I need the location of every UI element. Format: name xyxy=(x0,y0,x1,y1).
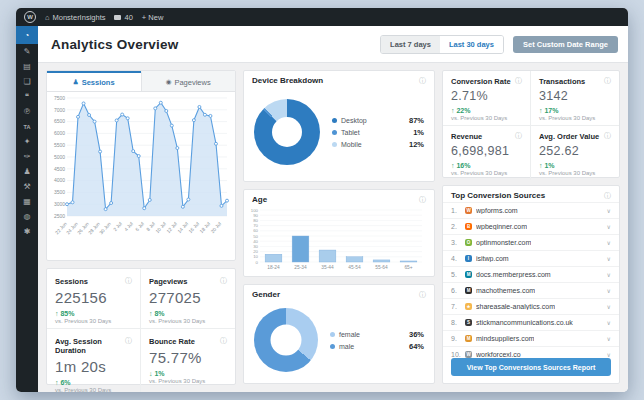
tab-sessions[interactable]: ♟ Sessions xyxy=(47,71,141,91)
dashboard-icon[interactable]: ◔ xyxy=(16,26,38,44)
source-row[interactable]: 3.Ooptinmonster.com∨ xyxy=(443,234,619,250)
favicon-icon: I xyxy=(465,255,472,262)
svg-text:4000: 4000 xyxy=(54,177,65,183)
source-rank: 8. xyxy=(451,319,461,326)
info-icon[interactable]: ⓘ xyxy=(419,196,426,203)
svg-text:40: 40 xyxy=(253,239,258,244)
chevron-down-icon[interactable]: ∨ xyxy=(607,271,611,278)
plugins-icon[interactable]: ✦ xyxy=(16,134,38,149)
monsterinsights-icon[interactable]: ◍ xyxy=(16,209,38,224)
thirstyaffiliates-icon[interactable]: TA xyxy=(16,119,38,134)
info-icon[interactable]: ⓘ xyxy=(220,337,227,344)
svg-text:18 Jul: 18 Jul xyxy=(199,221,211,234)
settings-icon[interactable]: ▦ xyxy=(16,194,38,209)
chevron-down-icon[interactable]: ∨ xyxy=(607,207,611,214)
info-icon[interactable]: ⓘ xyxy=(220,277,227,284)
info-icon[interactable]: ⓘ xyxy=(419,77,426,84)
comments-menu[interactable]: 40 xyxy=(114,13,132,22)
wordpress-admin-window: W ⌂ MonsterInsights 40 + New ◔✎▤❏❝℗TA✦✑♟… xyxy=(16,8,628,392)
source-row[interactable]: 1.Wwpforms.com∨ xyxy=(443,202,619,218)
info-icon[interactable]: ⓘ xyxy=(125,337,132,344)
pin-icon[interactable]: ✎ xyxy=(16,44,38,59)
source-rank: 2. xyxy=(451,223,461,230)
legend-row-female: female 36% xyxy=(330,330,424,339)
info-icon[interactable]: ⓘ xyxy=(515,132,522,139)
source-row[interactable]: 7.★shareasale-analytics.com∨ xyxy=(443,298,619,314)
wordpress-menu[interactable]: W xyxy=(24,11,36,23)
chevron-down-icon[interactable]: ∨ xyxy=(607,335,611,342)
chevron-down-icon[interactable]: ∨ xyxy=(607,239,611,246)
last-7-days-button[interactable]: Last 7 days xyxy=(381,36,440,53)
stat-trend: ↓ 1% xyxy=(149,370,227,377)
svg-text:2500: 2500 xyxy=(54,213,65,219)
site-menu[interactable]: ⌂ MonsterInsights xyxy=(45,13,105,22)
source-row[interactable]: 9.Mmindsuppliers.com∨ xyxy=(443,330,619,346)
chevron-down-icon[interactable]: ∨ xyxy=(607,319,611,326)
source-domain: wpforms.com xyxy=(476,207,518,214)
chevron-down-icon[interactable]: ∨ xyxy=(607,287,611,294)
stat-value: 75.77% xyxy=(149,349,227,366)
favicon-icon: B xyxy=(465,223,472,230)
stat-value: 6,698,981 xyxy=(451,144,522,158)
source-domain: machothemes.com xyxy=(476,287,535,294)
wp-admin-sidebar: ◔✎▤❏❝℗TA✦✑♟⚒▦◍✱ xyxy=(16,26,38,392)
legend-row-tablet: Tablet 1% xyxy=(332,128,424,137)
source-row[interactable]: 8.Sstickmancommunications.co.uk∨ xyxy=(443,314,619,330)
media-icon[interactable]: ▤ xyxy=(16,59,38,74)
stat-compare: vs. Previous 30 Days xyxy=(539,170,611,176)
svg-text:7500: 7500 xyxy=(54,95,65,101)
brush-icon[interactable]: ✑ xyxy=(16,149,38,164)
svg-text:50: 50 xyxy=(253,234,258,239)
source-row[interactable]: 4.Iisitwp.com∨ xyxy=(443,250,619,266)
info-icon[interactable]: ⓘ xyxy=(515,77,522,84)
age-bar-chart: 010203040506070809010018-2425-3435-4445-… xyxy=(244,206,434,280)
legend-label: Tablet xyxy=(341,129,360,136)
comment-bubble-icon xyxy=(114,15,121,20)
svg-text:65+: 65+ xyxy=(404,265,412,270)
favicon-icon: M xyxy=(465,287,472,294)
chevron-down-icon[interactable]: ∨ xyxy=(607,255,611,262)
tools-icon[interactable]: ⚒ xyxy=(16,179,38,194)
info-icon[interactable]: ⓘ xyxy=(125,277,132,284)
info-icon[interactable]: ⓘ xyxy=(604,132,611,139)
source-row[interactable]: 5.Mdocs.memberpress.com∨ xyxy=(443,266,619,282)
source-domain: mindsuppliers.com xyxy=(476,335,534,342)
chevron-down-icon[interactable]: ∨ xyxy=(607,351,611,358)
source-row[interactable]: 6.Mmachothemes.com∨ xyxy=(443,282,619,298)
view-top-conversion-sources-report-button[interactable]: View Top Conversions Sources Report xyxy=(451,358,611,376)
svg-text:35-44: 35-44 xyxy=(321,265,334,270)
pages-icon[interactable]: ❏ xyxy=(16,74,38,89)
legend-dot xyxy=(332,130,337,135)
stat-compare: vs. Previous 30 Days xyxy=(149,318,227,324)
last-30-days-button[interactable]: Last 30 days xyxy=(440,36,503,53)
collapse-icon[interactable]: ✱ xyxy=(16,224,38,239)
svg-text:6000: 6000 xyxy=(54,130,65,136)
info-icon[interactable]: ⓘ xyxy=(604,77,611,84)
source-row[interactable]: 2.Bwpbeginner.com∨ xyxy=(443,218,619,234)
stat-conversion-rate: Conversion Rateⓘ 2.71% ↑ 22% vs. Previou… xyxy=(443,71,531,126)
svg-text:30 Jun: 30 Jun xyxy=(99,221,113,235)
svg-text:20 Jul: 20 Jul xyxy=(210,221,222,234)
info-icon[interactable]: ⓘ xyxy=(604,192,611,199)
set-custom-date-range-button[interactable]: Set Custom Date Range xyxy=(513,36,618,53)
favicon-icon: W xyxy=(465,351,472,358)
appearance-icon[interactable]: ℗ xyxy=(16,104,38,119)
stat-bounce-rate: Bounce Rateⓘ 75.77% ↓ 1% vs. Previous 30… xyxy=(141,329,235,392)
legend-dot xyxy=(332,118,337,123)
svg-text:14 Jul: 14 Jul xyxy=(177,221,189,234)
users-icon[interactable]: ♟ xyxy=(16,164,38,179)
info-icon[interactable]: ⓘ xyxy=(419,291,426,298)
stat-compare: vs. Previous 30 Days xyxy=(55,318,132,324)
card-title: Age xyxy=(252,195,267,204)
stat-trend: ↑ 1% xyxy=(539,162,611,169)
chevron-down-icon[interactable]: ∨ xyxy=(607,223,611,230)
stat-transactions: Transactionsⓘ 3142 ↑ 17% vs. Previous 30… xyxy=(531,71,619,126)
chevron-down-icon[interactable]: ∨ xyxy=(607,303,611,310)
donut-hole xyxy=(271,325,302,356)
comments-icon[interactable]: ❝ xyxy=(16,89,38,104)
person-icon: ♟ xyxy=(73,78,79,86)
tab-pageviews[interactable]: ◉ Pageviews xyxy=(141,71,236,91)
legend-row-desktop: Desktop 87% xyxy=(332,116,424,125)
stat-trend: ↑ 22% xyxy=(451,107,522,114)
new-content-menu[interactable]: + New xyxy=(142,13,163,22)
